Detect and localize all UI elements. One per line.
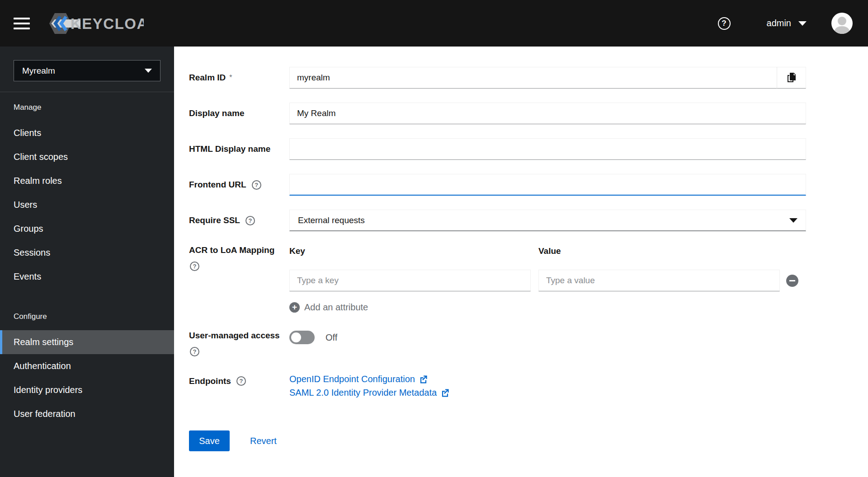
acr-loa-row: ACR to LoA Mapping Key Value Add an attr… <box>189 245 868 313</box>
realm-selector-value: Myrealm <box>22 66 55 76</box>
nav-section-title-manage: Manage <box>0 99 174 116</box>
form-actions: Save Revert <box>189 430 868 451</box>
frontend-url-label-col: Frontend URL <box>189 180 289 190</box>
require-ssl-label-col: Require SSL <box>189 215 289 225</box>
html-display-name-input[interactable] <box>289 138 806 160</box>
key-column-header: Key <box>289 246 538 256</box>
frontend-url-input[interactable] <box>289 174 806 196</box>
acr-loa-control: Key Value Add an attribute <box>289 245 806 313</box>
acr-loa-help-icon[interactable] <box>190 262 199 271</box>
require-ssl-label: Require SSL <box>189 215 240 225</box>
sidebar-item-sessions[interactable]: Sessions <box>0 241 174 265</box>
sidebar-item-identity-providers[interactable]: Identity providers <box>0 378 174 402</box>
hamburger-menu-icon[interactable] <box>14 18 30 29</box>
display-name-row: Display name <box>189 103 868 124</box>
display-name-input[interactable] <box>289 103 806 124</box>
frontend-url-row: Frontend URL <box>189 174 868 196</box>
external-link-icon <box>419 375 428 383</box>
realm-selector-wrap: Myrealm <box>0 47 174 92</box>
sidebar-item-client-scopes[interactable]: Client scopes <box>0 145 174 169</box>
acr-value-input[interactable] <box>538 270 780 291</box>
keycloak-logo: KEYCLOAK <box>49 12 144 35</box>
html-display-name-label-col: HTML Display name <box>189 144 289 154</box>
realm-id-label-col: Realm ID * <box>189 73 289 83</box>
openid-endpoint-link-label: OpenID Endpoint Configuration <box>289 374 415 384</box>
require-ssl-row: Require SSL External requests <box>189 210 868 231</box>
add-attribute-label: Add an attribute <box>304 302 368 313</box>
username[interactable]: admin <box>767 18 791 28</box>
frontend-url-help-icon[interactable] <box>252 180 261 190</box>
save-button[interactable]: Save <box>189 430 230 451</box>
html-display-name-row: HTML Display name <box>189 138 868 160</box>
endpoint-links: OpenID Endpoint Configuration SAML 2.0 I… <box>289 374 806 398</box>
user-managed-access-row: User-managed access Off <box>189 331 868 356</box>
acr-loa-label-col: ACR to LoA Mapping <box>189 245 289 313</box>
require-ssl-selected-value: External requests <box>298 215 365 225</box>
select-caret-icon <box>789 218 797 223</box>
avatar[interactable] <box>831 13 853 34</box>
copy-icon <box>787 72 797 83</box>
require-ssl-select[interactable]: External requests <box>289 210 806 231</box>
sidebar-item-authentication[interactable]: Authentication <box>0 354 174 378</box>
realm-settings-form: Realm ID * Display name HTML Dis <box>174 47 868 477</box>
value-column-header: Value <box>538 246 788 256</box>
display-name-label: Display name <box>189 108 245 118</box>
html-display-name-label: HTML Display name <box>189 144 270 154</box>
sidebar-item-user-federation[interactable]: User federation <box>0 402 174 426</box>
endpoints-row: Endpoints OpenID Endpoint Configuration … <box>189 376 868 398</box>
sidebar-item-realm-settings[interactable]: Realm settings <box>0 330 174 354</box>
endpoints-help-icon[interactable] <box>236 376 246 386</box>
chevron-down-icon <box>145 69 152 73</box>
copy-button[interactable] <box>777 67 806 89</box>
help-icon[interactable] <box>718 17 731 30</box>
nav-section-manage: Manage Clients Client scopes Realm roles… <box>0 99 174 289</box>
plus-circle-icon <box>289 302 300 313</box>
acr-key-input[interactable] <box>289 270 531 291</box>
sidebar-item-events[interactable]: Events <box>0 265 174 289</box>
realm-id-input[interactable] <box>289 67 777 89</box>
display-name-label-col: Display name <box>189 108 289 118</box>
realm-id-control <box>289 67 806 89</box>
sidebar-item-users[interactable]: Users <box>0 193 174 217</box>
nav-section-configure: Configure Realm settings Authentication … <box>0 309 174 426</box>
uma-toggle[interactable] <box>289 331 315 344</box>
remove-attribute-button[interactable] <box>786 275 798 287</box>
acr-loa-label: ACR to LoA Mapping <box>189 245 274 255</box>
saml-metadata-link-label: SAML 2.0 Identity Provider Metadata <box>289 388 437 398</box>
realm-id-label: Realm ID <box>189 73 226 83</box>
add-attribute-button[interactable]: Add an attribute <box>289 302 368 313</box>
uma-label-col: User-managed access <box>189 331 289 356</box>
sidebar: Myrealm Manage Clients Client scopes Rea… <box>0 47 174 477</box>
revert-button[interactable]: Revert <box>250 436 277 446</box>
realm-id-row: Realm ID * <box>189 67 868 89</box>
uma-help-icon[interactable] <box>190 347 199 356</box>
sidebar-item-realm-roles[interactable]: Realm roles <box>0 169 174 193</box>
masthead: KEYCLOAK admin <box>0 0 868 47</box>
brand-text: KEYCLOAK <box>71 15 144 32</box>
keycloak-logo-icon: KEYCLOAK <box>49 12 144 35</box>
required-indicator: * <box>229 74 232 82</box>
sidebar-item-groups[interactable]: Groups <box>0 217 174 241</box>
masthead-right: admin <box>718 13 868 34</box>
endpoints-label-col: Endpoints <box>189 376 289 398</box>
uma-toggle-state: Off <box>326 332 337 343</box>
frontend-url-label: Frontend URL <box>189 180 246 190</box>
external-link-icon <box>441 388 449 397</box>
openid-endpoint-link[interactable]: OpenID Endpoint Configuration <box>289 374 806 384</box>
user-menu-caret-icon[interactable] <box>798 21 807 26</box>
saml-metadata-link[interactable]: SAML 2.0 Identity Provider Metadata <box>289 388 806 398</box>
uma-control: Off <box>289 331 806 356</box>
nav-section-title-configure: Configure <box>0 309 174 325</box>
endpoints-label: Endpoints <box>189 376 231 386</box>
sidebar-item-clients[interactable]: Clients <box>0 121 174 145</box>
require-ssl-help-icon[interactable] <box>245 216 255 225</box>
realm-selector[interactable]: Myrealm <box>14 60 160 81</box>
uma-label: User-managed access <box>189 331 280 341</box>
